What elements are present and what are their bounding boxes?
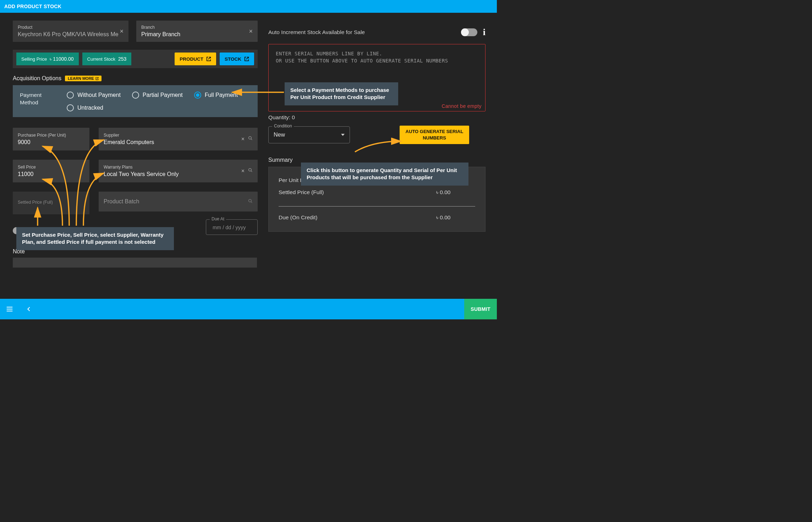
summary-val-3: ৳ 0.00 (436, 214, 475, 221)
due-at-legend: Due At (210, 216, 226, 221)
chevron-down-icon (341, 134, 345, 136)
condition-select[interactable]: Condition New (268, 126, 350, 143)
info-icon[interactable]: i (483, 27, 485, 38)
annotation-payment-method: Select a Payment Methods to purchase Per… (285, 82, 398, 105)
external-link-icon (244, 56, 249, 61)
annotation-auto-generate: Click this button to generate Quantity a… (301, 163, 468, 186)
note-textarea[interactable] (13, 258, 257, 268)
payment-method-label: Payment Method (20, 92, 60, 111)
product-label: Product (18, 25, 124, 30)
stock-button-label: STOCK (225, 56, 241, 62)
annotation-prices: Set Purchase Price, Sell Price, select S… (16, 227, 174, 250)
purchase-price-label: Purchase Price (Per Unit) (18, 133, 84, 138)
radio-untracked[interactable]: Untracked (67, 104, 103, 111)
back-button[interactable] (19, 299, 38, 319)
divider (279, 206, 475, 207)
summary-label-2: Settled Price (Full) (279, 189, 342, 196)
acquisition-heading: Acquisition Options LEARN MORE (13, 75, 258, 82)
submit-button[interactable]: SUBMIT (464, 299, 497, 319)
clear-warranty-icon[interactable]: × (241, 168, 245, 174)
learn-more-button[interactable]: LEARN MORE (65, 76, 102, 81)
selling-price-chip-value: ৳ 11000.00 (50, 56, 73, 62)
radio-label: Untracked (77, 105, 103, 111)
learn-more-label: LEARN MORE (68, 76, 94, 81)
sell-price-field[interactable]: Sell Price 11000 (13, 160, 89, 182)
radio-label: Full Payment (205, 92, 238, 98)
current-stock-chip-label: Current Stock (87, 56, 115, 62)
radio-label: Partial Payment (143, 92, 183, 98)
radio-partial-payment[interactable]: Partial Payment (132, 92, 183, 99)
external-link-icon (95, 77, 99, 80)
quantity-label: Quantity: 0 (268, 114, 485, 121)
chips-row: Selling Price ৳ 11000.00 Current Stock 2… (13, 50, 258, 68)
hamburger-icon (6, 305, 13, 313)
due-at-placeholder: mm / dd / yyyy (213, 225, 251, 230)
supplier-value: Emerald Computers (104, 139, 253, 145)
product-field[interactable]: Product Keychron K6 Pro QMK/VIA Wireless… (13, 21, 128, 42)
clear-supplier-icon[interactable]: × (241, 136, 245, 142)
branch-label: Branch (141, 25, 253, 30)
svg-point-1 (249, 169, 252, 171)
warranty-label: Warranty Plans (104, 165, 253, 170)
search-icon[interactable] (248, 168, 253, 174)
submit-label: SUBMIT (471, 306, 490, 312)
settled-price-field[interactable]: Settled Price (Full) (13, 192, 89, 214)
purchase-price-field[interactable]: Purchase Price (Per Unit) 9000 (13, 128, 89, 150)
payment-method-panel: Payment Method Without Payment Partial P… (13, 85, 258, 117)
auto-increment-toggle[interactable] (461, 28, 477, 36)
auto-generate-label: AUTO GENERATE SERIAL NUMBERS (400, 128, 469, 141)
external-link-icon (206, 56, 211, 61)
clear-branch-icon[interactable]: × (249, 28, 253, 35)
product-button[interactable]: PRODUCT (175, 53, 216, 65)
batch-placeholder: Product Batch (104, 198, 253, 205)
chevron-left-icon (26, 305, 32, 313)
svg-point-0 (249, 137, 252, 139)
auto-increment-label: Auto Increment Stock Available for Sale (268, 29, 365, 35)
selling-price-chip-label: Selling Price (21, 56, 47, 62)
condition-value: New (274, 132, 285, 138)
serial-placeholder-line2: OR USE THE BUTTON ABOVE TO AUTO GENERATE… (276, 58, 478, 64)
sell-price-value: 11000 (18, 171, 84, 177)
summary-label-3: Due (On Credit) (279, 214, 342, 221)
svg-point-2 (249, 199, 252, 202)
title-bar: ADD PRODUCT STOCK (0, 0, 497, 13)
radio-without-payment[interactable]: Without Payment (67, 92, 121, 99)
product-value: Keychron K6 Pro QMK/VIA Wireless Me (18, 31, 124, 38)
current-stock-chip-value: 253 (118, 56, 126, 62)
search-icon[interactable] (248, 199, 253, 204)
selling-price-chip: Selling Price ৳ 11000.00 (16, 53, 79, 65)
clear-product-icon[interactable]: × (120, 28, 124, 35)
settled-price-label: Settled Price (Full) (18, 200, 84, 205)
warranty-field[interactable]: Warranty Plans Local Two Years Service O… (99, 160, 258, 182)
supplier-field[interactable]: Supplier Emerald Computers × (99, 128, 258, 150)
menu-button[interactable] (0, 299, 19, 319)
sell-price-label: Sell Price (18, 165, 84, 170)
summary-val-2: ৳ 0.00 (436, 189, 475, 196)
summary-row-due: Due (On Credit) ৳ 0.00 (279, 211, 475, 224)
current-stock-chip: Current Stock 253 (82, 53, 132, 65)
auto-generate-button[interactable]: AUTO GENERATE SERIAL NUMBERS (400, 126, 469, 144)
branch-value: Primary Branch (141, 31, 253, 38)
search-icon[interactable] (248, 136, 253, 142)
summary-row-settled: Settled Price (Full) ৳ 0.00 (279, 186, 475, 198)
branch-field[interactable]: Branch Primary Branch × (136, 21, 258, 42)
radio-label: Without Payment (77, 92, 121, 98)
condition-legend: Condition (272, 123, 294, 128)
radio-full-payment[interactable]: Full Payment (194, 92, 238, 99)
due-at-field[interactable]: Due At mm / dd / yyyy (206, 219, 258, 235)
product-button-label: PRODUCT (180, 56, 203, 62)
warranty-value: Local Two Years Service Only (104, 171, 253, 177)
serial-error: Cannot be empty (441, 103, 482, 109)
batch-field[interactable]: Product Batch (99, 192, 258, 211)
acquisition-heading-text: Acquisition Options (13, 75, 61, 82)
page-title: ADD PRODUCT STOCK (4, 4, 61, 9)
serial-placeholder-line1: ENTER SERIAL NUMBERS LINE BY LINE. (276, 51, 478, 56)
purchase-price-value: 9000 (18, 139, 84, 145)
bottom-bar: SUBMIT (0, 299, 497, 319)
supplier-label: Supplier (104, 133, 253, 138)
stock-button[interactable]: STOCK (220, 53, 254, 65)
